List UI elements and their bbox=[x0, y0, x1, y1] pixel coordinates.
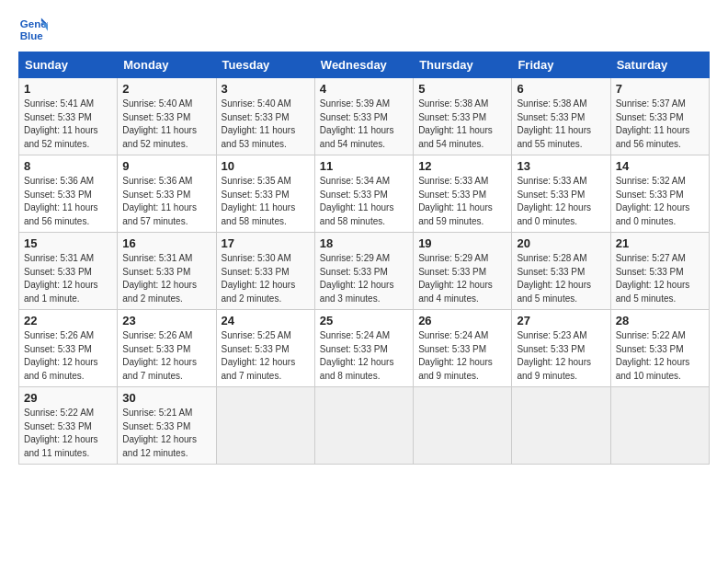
day-info: Sunrise: 5:35 AM Sunset: 5:33 PM Dayligh… bbox=[222, 175, 310, 228]
day-info: Sunrise: 5:29 AM Sunset: 5:33 PM Dayligh… bbox=[418, 252, 506, 305]
calendar-day-cell: 22Sunrise: 5:26 AM Sunset: 5:33 PM Dayli… bbox=[19, 310, 118, 387]
day-number: 26 bbox=[418, 314, 506, 327]
day-number: 13 bbox=[517, 159, 605, 173]
day-number: 22 bbox=[24, 314, 112, 327]
calendar-week-row: 15Sunrise: 5:31 AM Sunset: 5:33 PM Dayli… bbox=[19, 233, 710, 310]
day-info: Sunrise: 5:25 AM Sunset: 5:33 PM Dayligh… bbox=[222, 329, 310, 383]
calendar-week-row: 8Sunrise: 5:36 AM Sunset: 5:33 PM Daylig… bbox=[19, 155, 710, 233]
day-number: 1 bbox=[24, 82, 112, 96]
svg-text:Blue: Blue bbox=[20, 30, 44, 41]
calendar-week-row: 29Sunrise: 5:22 AM Sunset: 5:33 PM Dayli… bbox=[19, 387, 710, 465]
calendar-day-cell: 2Sunrise: 5:40 AM Sunset: 5:33 PM Daylig… bbox=[118, 78, 216, 155]
calendar-day-cell: 21Sunrise: 5:27 AM Sunset: 5:33 PM Dayli… bbox=[610, 233, 709, 310]
day-info: Sunrise: 5:31 AM Sunset: 5:33 PM Dayligh… bbox=[122, 252, 210, 305]
day-info: Sunrise: 5:28 AM Sunset: 5:33 PM Dayligh… bbox=[517, 252, 605, 305]
day-info: Sunrise: 5:33 AM Sunset: 5:33 PM Dayligh… bbox=[418, 175, 506, 228]
calendar-day-cell: 17Sunrise: 5:30 AM Sunset: 5:33 PM Dayli… bbox=[216, 233, 314, 310]
weekday-header-cell: Thursday bbox=[414, 52, 512, 78]
day-number: 7 bbox=[616, 82, 704, 96]
calendar-day-cell: 24Sunrise: 5:25 AM Sunset: 5:33 PM Dayli… bbox=[216, 310, 314, 387]
weekday-header-row: SundayMondayTuesdayWednesdayThursdayFrid… bbox=[19, 52, 710, 78]
calendar-day-cell bbox=[512, 387, 610, 465]
day-info: Sunrise: 5:32 AM Sunset: 5:33 PM Dayligh… bbox=[616, 175, 704, 228]
day-info: Sunrise: 5:39 AM Sunset: 5:33 PM Dayligh… bbox=[320, 98, 408, 151]
day-number: 5 bbox=[418, 82, 506, 96]
day-info: Sunrise: 5:26 AM Sunset: 5:33 PM Dayligh… bbox=[24, 329, 112, 383]
day-number: 6 bbox=[517, 82, 605, 96]
day-number: 29 bbox=[24, 391, 112, 405]
day-info: Sunrise: 5:22 AM Sunset: 5:33 PM Dayligh… bbox=[24, 407, 112, 460]
day-info: Sunrise: 5:26 AM Sunset: 5:33 PM Dayligh… bbox=[122, 329, 210, 383]
logo-icon: General Blue bbox=[18, 15, 48, 44]
calendar-day-cell: 6Sunrise: 5:38 AM Sunset: 5:33 PM Daylig… bbox=[512, 78, 610, 155]
calendar-day-cell: 1Sunrise: 5:41 AM Sunset: 5:33 PM Daylig… bbox=[19, 78, 118, 155]
weekday-header-cell: Wednesday bbox=[314, 52, 413, 78]
calendar-day-cell: 12Sunrise: 5:33 AM Sunset: 5:33 PM Dayli… bbox=[414, 155, 512, 233]
day-number: 15 bbox=[24, 236, 112, 250]
weekday-header-cell: Sunday bbox=[19, 52, 118, 78]
day-info: Sunrise: 5:40 AM Sunset: 5:33 PM Dayligh… bbox=[222, 98, 310, 151]
calendar-day-cell: 26Sunrise: 5:24 AM Sunset: 5:33 PM Dayli… bbox=[414, 310, 512, 387]
day-number: 30 bbox=[122, 391, 210, 405]
day-info: Sunrise: 5:38 AM Sunset: 5:33 PM Dayligh… bbox=[418, 98, 506, 151]
day-number: 2 bbox=[122, 82, 210, 96]
day-info: Sunrise: 5:22 AM Sunset: 5:33 PM Dayligh… bbox=[616, 329, 704, 383]
calendar-day-cell: 5Sunrise: 5:38 AM Sunset: 5:33 PM Daylig… bbox=[414, 78, 512, 155]
day-info: Sunrise: 5:36 AM Sunset: 5:33 PM Dayligh… bbox=[122, 175, 210, 228]
calendar-day-cell: 16Sunrise: 5:31 AM Sunset: 5:33 PM Dayli… bbox=[118, 233, 216, 310]
calendar-body: 1Sunrise: 5:41 AM Sunset: 5:33 PM Daylig… bbox=[19, 78, 710, 465]
day-number: 25 bbox=[320, 314, 408, 327]
calendar-day-cell bbox=[610, 387, 709, 465]
day-number: 24 bbox=[222, 314, 310, 327]
day-info: Sunrise: 5:23 AM Sunset: 5:33 PM Dayligh… bbox=[517, 329, 605, 383]
day-info: Sunrise: 5:36 AM Sunset: 5:33 PM Dayligh… bbox=[24, 175, 112, 228]
day-info: Sunrise: 5:24 AM Sunset: 5:33 PM Dayligh… bbox=[418, 329, 506, 383]
calendar-week-row: 22Sunrise: 5:26 AM Sunset: 5:33 PM Dayli… bbox=[19, 310, 710, 387]
calendar-day-cell: 9Sunrise: 5:36 AM Sunset: 5:33 PM Daylig… bbox=[118, 155, 216, 233]
day-number: 23 bbox=[122, 314, 210, 327]
day-info: Sunrise: 5:24 AM Sunset: 5:33 PM Dayligh… bbox=[320, 329, 408, 383]
calendar-day-cell: 10Sunrise: 5:35 AM Sunset: 5:33 PM Dayli… bbox=[216, 155, 314, 233]
calendar-day-cell: 13Sunrise: 5:33 AM Sunset: 5:33 PM Dayli… bbox=[512, 155, 610, 233]
day-number: 28 bbox=[616, 314, 704, 327]
calendar-day-cell: 3Sunrise: 5:40 AM Sunset: 5:33 PM Daylig… bbox=[216, 78, 314, 155]
calendar-day-cell: 27Sunrise: 5:23 AM Sunset: 5:33 PM Dayli… bbox=[512, 310, 610, 387]
day-info: Sunrise: 5:30 AM Sunset: 5:33 PM Dayligh… bbox=[222, 252, 310, 305]
day-number: 12 bbox=[418, 159, 506, 173]
calendar-day-cell: 20Sunrise: 5:28 AM Sunset: 5:33 PM Dayli… bbox=[512, 233, 610, 310]
calendar-day-cell: 11Sunrise: 5:34 AM Sunset: 5:33 PM Dayli… bbox=[314, 155, 413, 233]
logo: General Blue bbox=[18, 15, 48, 44]
day-number: 4 bbox=[320, 82, 408, 96]
weekday-header-cell: Friday bbox=[512, 52, 610, 78]
day-info: Sunrise: 5:33 AM Sunset: 5:33 PM Dayligh… bbox=[517, 175, 605, 228]
calendar-day-cell bbox=[314, 387, 413, 465]
day-info: Sunrise: 5:34 AM Sunset: 5:33 PM Dayligh… bbox=[320, 175, 408, 228]
calendar-day-cell bbox=[414, 387, 512, 465]
day-number: 14 bbox=[616, 159, 704, 173]
day-info: Sunrise: 5:29 AM Sunset: 5:33 PM Dayligh… bbox=[320, 252, 408, 305]
day-info: Sunrise: 5:27 AM Sunset: 5:33 PM Dayligh… bbox=[616, 252, 704, 305]
day-info: Sunrise: 5:31 AM Sunset: 5:33 PM Dayligh… bbox=[24, 252, 112, 305]
day-number: 27 bbox=[517, 314, 605, 327]
page-header: General Blue bbox=[18, 15, 710, 44]
day-info: Sunrise: 5:21 AM Sunset: 5:33 PM Dayligh… bbox=[122, 407, 210, 460]
day-number: 18 bbox=[320, 236, 408, 250]
day-info: Sunrise: 5:38 AM Sunset: 5:33 PM Dayligh… bbox=[517, 98, 605, 151]
day-number: 17 bbox=[222, 236, 310, 250]
day-number: 21 bbox=[616, 236, 704, 250]
day-info: Sunrise: 5:41 AM Sunset: 5:33 PM Dayligh… bbox=[24, 98, 112, 151]
day-number: 10 bbox=[222, 159, 310, 173]
day-info: Sunrise: 5:37 AM Sunset: 5:33 PM Dayligh… bbox=[616, 98, 704, 151]
day-number: 11 bbox=[320, 159, 408, 173]
day-number: 3 bbox=[222, 82, 310, 96]
calendar-day-cell: 4Sunrise: 5:39 AM Sunset: 5:33 PM Daylig… bbox=[314, 78, 413, 155]
calendar-day-cell: 30Sunrise: 5:21 AM Sunset: 5:33 PM Dayli… bbox=[118, 387, 216, 465]
day-number: 8 bbox=[24, 159, 112, 173]
calendar-day-cell: 18Sunrise: 5:29 AM Sunset: 5:33 PM Dayli… bbox=[314, 233, 413, 310]
calendar-week-row: 1Sunrise: 5:41 AM Sunset: 5:33 PM Daylig… bbox=[19, 78, 710, 155]
calendar-day-cell: 28Sunrise: 5:22 AM Sunset: 5:33 PM Dayli… bbox=[610, 310, 709, 387]
weekday-header-cell: Saturday bbox=[610, 52, 709, 78]
day-number: 16 bbox=[122, 236, 210, 250]
day-number: 20 bbox=[517, 236, 605, 250]
calendar-day-cell: 29Sunrise: 5:22 AM Sunset: 5:33 PM Dayli… bbox=[19, 387, 118, 465]
